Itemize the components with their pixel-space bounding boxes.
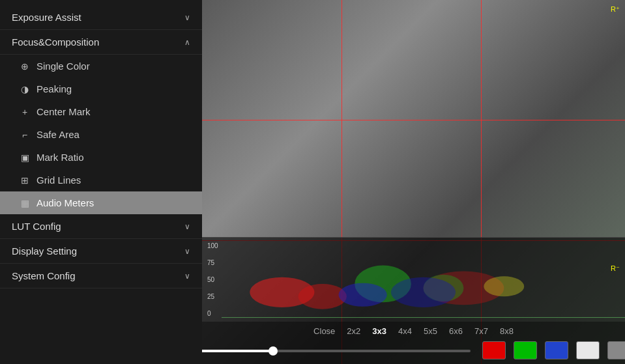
grid-slider-thumb[interactable] <box>269 346 278 356</box>
color-swatch-blue[interactable] <box>545 341 568 359</box>
focus-composition-arrow <box>184 38 190 47</box>
color-swatch-green[interactable] <box>514 341 537 359</box>
color-swatch-gray[interactable] <box>607 341 626 359</box>
grid-slider-fill <box>202 350 273 352</box>
mark-ratio-icon: ▣ <box>18 152 31 163</box>
grid-selector: Close 2x2 3x3 4x4 5x5 6x6 7x7 8x8 <box>313 326 514 336</box>
grid-option-8x8[interactable]: 8x8 <box>500 326 514 336</box>
scope-label-100: 100 <box>207 242 218 249</box>
grid-slider-track[interactable] <box>202 350 471 352</box>
audio-meters-icon: ▦ <box>18 198 31 208</box>
grid-option-2x2[interactable]: 2x2 <box>347 326 360 336</box>
grid-option-3x3[interactable]: 3x3 <box>372 326 386 336</box>
sidebar-item-exposure-assist[interactable]: Exposure Assist <box>0 5 202 30</box>
bottom-controls: Close 2x2 3x3 4x4 5x5 6x6 7x7 8x8 <box>202 322 625 364</box>
grid-option-6x6[interactable]: 6x6 <box>449 326 463 336</box>
grid-option-7x7[interactable]: 7x7 <box>474 326 488 336</box>
sidebar-item-display-setting[interactable]: Display Setting <box>0 239 202 264</box>
preview-label-br: R⁻ <box>611 264 620 273</box>
system-config-arrow <box>184 272 190 281</box>
display-setting-arrow <box>184 247 190 256</box>
main-container: Exposure Assist Focus&Composition ⊕ Sing… <box>0 0 625 364</box>
single-color-label: Single Color <box>36 61 90 72</box>
sidebar: Exposure Assist Focus&Composition ⊕ Sing… <box>0 0 202 364</box>
color-swatch-white[interactable] <box>576 341 600 359</box>
scope-label-0: 0 <box>207 310 218 317</box>
waveform-scope: 100 75 50 25 0 <box>202 237 625 322</box>
system-config-label: System Config <box>12 270 76 281</box>
waveform-svg <box>222 238 625 322</box>
focus-composition-label: Focus&Composition <box>12 36 99 48</box>
peaking-icon: ◑ <box>18 84 31 94</box>
grid-lines-label: Grid Lines <box>36 175 81 186</box>
scope-labels: 100 75 50 25 0 <box>207 238 218 322</box>
single-color-icon: ⊕ <box>18 61 31 72</box>
mark-ratio-label: Mark Ratio <box>36 152 84 163</box>
safe-area-icon: ⌐ <box>18 130 31 140</box>
scope-label-50: 50 <box>207 276 218 283</box>
lut-config-label: LUT Config <box>12 221 61 232</box>
submenu-item-safe-area[interactable]: ⌐ Safe Area <box>0 123 202 146</box>
grid-option-5x5[interactable]: 5x5 <box>424 326 437 336</box>
submenu-item-single-color[interactable]: ⊕ Single Color <box>0 55 202 77</box>
lut-config-arrow <box>184 222 190 231</box>
svg-point-5 <box>339 283 387 307</box>
svg-point-7 <box>484 276 524 296</box>
color-swatches <box>482 341 626 359</box>
camera-preview: 100 75 50 25 0 <box>202 0 625 364</box>
grid-option-close[interactable]: Close <box>313 326 335 336</box>
exposure-assist-label: Exposure Assist <box>12 12 81 23</box>
sidebar-item-system-config[interactable]: System Config <box>0 264 202 288</box>
sidebar-item-focus-composition[interactable]: Focus&Composition <box>0 30 202 55</box>
grid-lines-icon: ⊞ <box>18 175 31 186</box>
slider-and-swatches <box>202 341 625 359</box>
submenu-item-audio-meters[interactable]: ▦ Audio Meters <box>0 191 202 214</box>
submenu-item-peaking[interactable]: ◑ Peaking <box>0 77 202 100</box>
exposure-assist-arrow <box>184 13 190 22</box>
sidebar-item-lut-config[interactable]: LUT Config <box>0 214 202 239</box>
center-mark-icon: + <box>18 107 31 117</box>
scope-label-75: 75 <box>207 259 218 266</box>
center-mark-label: Center Mark <box>36 106 91 117</box>
svg-point-6 <box>391 277 456 307</box>
scope-label-25: 25 <box>207 293 218 300</box>
audio-meters-label: Audio Meters <box>36 197 94 208</box>
grid-option-4x4[interactable]: 4x4 <box>398 326 412 336</box>
submenu-item-mark-ratio[interactable]: ▣ Mark Ratio <box>0 146 202 169</box>
color-swatch-red[interactable] <box>482 341 506 359</box>
submenu-item-grid-lines[interactable]: ⊞ Grid Lines <box>0 169 202 191</box>
submenu-focus-composition: ⊕ Single Color ◑ Peaking + Center Mark ⌐… <box>0 55 202 214</box>
safe-area-label: Safe Area <box>36 129 80 140</box>
peaking-label: Peaking <box>36 83 72 94</box>
preview-label-tr: R⁺ <box>611 5 620 14</box>
submenu-item-center-mark[interactable]: + Center Mark <box>0 100 202 123</box>
display-setting-label: Display Setting <box>12 245 77 257</box>
